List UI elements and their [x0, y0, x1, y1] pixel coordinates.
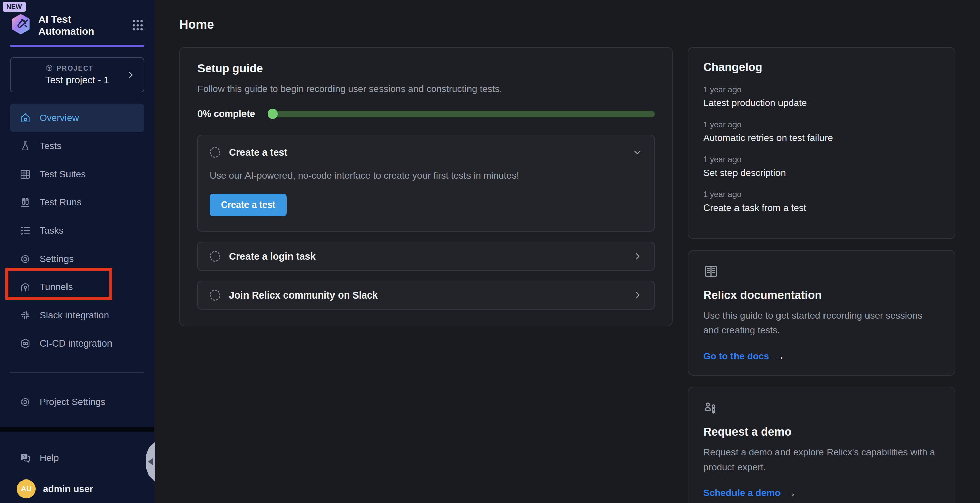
incomplete-step-icon: [210, 147, 220, 158]
user-menu[interactable]: AU admin user: [10, 479, 145, 498]
test-runs-icon: [19, 197, 31, 208]
entry-title: Set step description: [703, 167, 940, 178]
sidebar-secondary-nav: Project Settings: [10, 388, 145, 416]
demo-description: Request a demo and explore Relicx's capa…: [703, 445, 940, 474]
docs-description: Use this guide to get started recording …: [703, 308, 940, 338]
collapse-arrow-icon[interactable]: [148, 458, 153, 465]
schedule-demo-link[interactable]: Schedule a demo →: [703, 487, 796, 499]
chevron-down-icon[interactable]: [632, 147, 643, 158]
home-icon: [19, 112, 31, 124]
grid-icon: [19, 169, 31, 180]
people-icon: [703, 400, 719, 416]
chevron-right-icon: [126, 70, 135, 79]
sidebar-item-slack-integration[interactable]: Slack integration: [10, 301, 145, 329]
demo-title: Request a demo: [703, 425, 940, 438]
main-content: Home Setup guide Follow this guide to be…: [154, 0, 980, 503]
new-badge: NEW: [3, 2, 26, 12]
setup-guide-title: Setup guide: [197, 62, 655, 75]
step-title: Create a test: [229, 147, 624, 158]
chevron-right-icon[interactable]: [632, 251, 643, 261]
entry-title: Automatic retries on test failure: [703, 133, 940, 143]
right-column: Changelog 1 year ago Latest production u…: [688, 47, 956, 503]
link-label: Schedule a demo: [703, 487, 781, 498]
entry-time: 1 year ago: [703, 120, 940, 129]
step-title: Create a login task: [229, 251, 624, 262]
apps-grid-icon[interactable]: [131, 19, 145, 32]
entry-title: Create a task from a test: [703, 202, 940, 213]
sidebar-item-test-runs[interactable]: Test Runs: [10, 188, 145, 216]
app-screen: NEW: [0, 0, 980, 503]
sidebar-item-label: Tests: [40, 141, 62, 151]
chevron-right-icon[interactable]: [632, 290, 643, 300]
step-header[interactable]: Create a login task: [210, 242, 643, 270]
help-chat-icon: ?: [19, 452, 31, 464]
project-label: PROJECT: [57, 64, 94, 72]
progress-row: 0% complete: [197, 108, 655, 119]
documentation-card: Relicx documentation Use this guide to g…: [688, 250, 956, 376]
changelog-entry[interactable]: 1 year ago Latest production update: [703, 85, 940, 108]
sidebar-item-label: Project Settings: [40, 396, 105, 407]
entry-time: 1 year ago: [703, 155, 940, 164]
step-title: Join Relicx community on Slack: [229, 290, 624, 301]
sidebar-item-label: Overview: [40, 113, 79, 123]
sidebar-item-label: Settings: [40, 253, 73, 264]
request-demo-card: Request a demo Request a demo and explor…: [688, 387, 956, 503]
sidebar-item-overview[interactable]: Overview: [10, 104, 145, 132]
sidebar-nav: Overview Tests Test Suites Test Runs: [10, 104, 145, 358]
sidebar-item-test-suites[interactable]: Test Suites: [10, 160, 145, 188]
flask-icon: [19, 140, 31, 152]
step-create-a-login-task: Create a login task: [197, 242, 655, 271]
progress-indicator: [268, 109, 278, 119]
incomplete-step-icon: [210, 290, 220, 301]
gear-icon: [19, 253, 31, 264]
page-title: Home: [179, 18, 956, 32]
entry-time: 1 year ago: [703, 190, 940, 199]
incomplete-step-icon: [210, 251, 220, 261]
gear-icon: [19, 396, 31, 407]
changelog-title: Changelog: [703, 60, 940, 73]
arrow-right-icon: →: [774, 350, 784, 362]
arrow-right-icon: →: [785, 487, 796, 499]
sidebar-item-label: Test Suites: [40, 169, 86, 180]
book-icon: [703, 264, 719, 279]
package-cube-icon: [45, 64, 53, 72]
sidebar: NEW: [0, 0, 154, 503]
setup-steps: Create a test Use our AI-powered, no-cod…: [197, 135, 655, 310]
changelog-entry[interactable]: 1 year ago Create a task from a test: [703, 190, 940, 213]
progress-bar: [268, 111, 655, 117]
sidebar-item-tunnels[interactable]: Tunnels: [10, 273, 145, 301]
app-name: AI Test Automation: [38, 13, 124, 37]
go-to-docs-link[interactable]: Go to the docs →: [703, 350, 784, 362]
sidebar-item-tasks[interactable]: Tasks: [10, 216, 145, 245]
sidebar-divider: [10, 372, 145, 373]
help-button[interactable]: ? Help: [10, 444, 145, 472]
avatar: AU: [17, 479, 36, 498]
sidebar-item-label: Test Runs: [40, 197, 82, 208]
user-name: admin user: [43, 484, 93, 494]
progress-label: 0% complete: [197, 108, 255, 119]
tunnel-icon: [19, 282, 31, 293]
step-header[interactable]: Join Relicx community on Slack: [210, 282, 643, 309]
sidebar-item-project-settings[interactable]: Project Settings: [10, 388, 145, 416]
create-a-test-button[interactable]: Create a test: [210, 194, 287, 216]
entry-time: 1 year ago: [703, 85, 940, 94]
link-label: Go to the docs: [703, 351, 769, 361]
sidebar-item-label: CI-CD integration: [40, 338, 112, 349]
sidebar-item-settings[interactable]: Settings: [10, 245, 145, 273]
step-join-relicx-community: Join Relicx community on Slack: [197, 281, 655, 310]
step-create-a-test: Create a test Use our AI-powered, no-cod…: [197, 135, 655, 232]
setup-guide-card: Setup guide Follow this guide to begin r…: [179, 47, 673, 326]
sidebar-item-tests[interactable]: Tests: [10, 132, 145, 160]
accent-divider: [10, 45, 145, 47]
sidebar-item-label: Slack integration: [40, 310, 109, 321]
cicd-hexagon-icon: [19, 338, 31, 349]
project-name: Test project - 1: [45, 75, 109, 86]
changelog-entry[interactable]: 1 year ago Automatic retries on test fai…: [703, 120, 940, 143]
project-selector[interactable]: PROJECT Test project - 1: [10, 57, 145, 92]
changelog-entry[interactable]: 1 year ago Set step description: [703, 155, 940, 178]
svg-text:?: ?: [23, 454, 25, 459]
step-header[interactable]: Create a test: [210, 145, 643, 160]
sidebar-item-cicd-integration[interactable]: CI-CD integration: [10, 329, 145, 358]
slack-icon: [19, 310, 31, 321]
entry-title: Latest production update: [703, 98, 940, 108]
